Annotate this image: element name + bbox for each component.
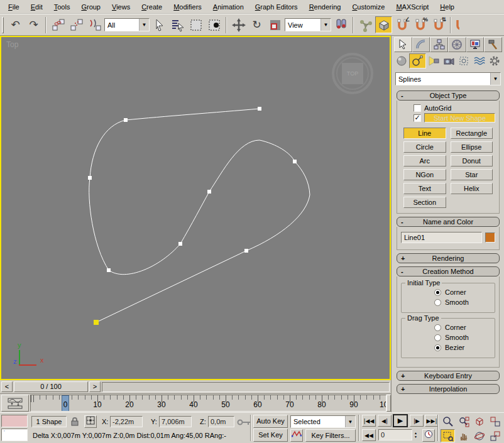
keyboard-entry-header[interactable]: + Keyboard Entry	[397, 371, 500, 381]
menu-graph-editors[interactable]: Graph Editors	[249, 1, 304, 13]
frame-spinner[interactable]: ▲▼	[412, 429, 419, 440]
systems-category-icon[interactable]	[487, 53, 502, 68]
spinner-snap-icon[interactable]: ⇅	[430, 16, 447, 33]
angle-snap-icon[interactable]: ∠	[393, 16, 410, 33]
dropdown-arrow-icon[interactable]: ▼	[320, 19, 331, 31]
unlink-selection-icon[interactable]	[68, 16, 85, 33]
viewport-top[interactable]: Top TOP y z x	[0, 36, 391, 380]
section-button[interactable]: Section	[403, 197, 446, 208]
select-and-rotate-icon[interactable]: ↻	[248, 16, 265, 33]
drag-corner-option[interactable]: Corner	[434, 324, 495, 331]
menu-rendering[interactable]: Rendering	[304, 1, 347, 13]
select-and-link-icon[interactable]	[50, 16, 67, 33]
menu-file[interactable]: File	[3, 1, 25, 13]
key-filters-button[interactable]: Key Filters...	[305, 429, 356, 442]
ngon-button[interactable]: NGon	[403, 169, 446, 180]
drag-bezier-option[interactable]: Bezier	[434, 344, 495, 351]
spline-category-dropdown[interactable]: Splines ▼	[395, 72, 501, 85]
maxscript-mini-listener-pink[interactable]	[1, 415, 28, 427]
radio-icon[interactable]	[434, 334, 441, 341]
next-frame-button[interactable]: |▶	[410, 415, 424, 427]
menu-group[interactable]: Group	[75, 1, 106, 13]
bind-to-space-warp-icon[interactable]	[86, 16, 103, 33]
dropdown-arrow-icon[interactable]: ▼	[490, 73, 500, 85]
clipped-toolbar-icon[interactable]	[454, 16, 459, 33]
cameras-category-icon[interactable]	[441, 53, 456, 68]
line-button[interactable]: Line	[403, 128, 446, 139]
radio-icon[interactable]	[434, 289, 441, 296]
interpolation-header[interactable]: + Interpolation	[397, 384, 500, 394]
utilities-tab[interactable]	[484, 37, 502, 52]
star-button[interactable]: Star	[451, 169, 493, 180]
maxscript-mini-listener-white[interactable]: '	[1, 429, 28, 441]
reference-coordinate-system-dropdown[interactable]: View ▼	[285, 18, 331, 31]
zoom-all-icon[interactable]	[456, 415, 471, 428]
initial-smooth-option[interactable]: Smooth	[434, 298, 495, 306]
undo-icon[interactable]: ↶	[7, 16, 24, 33]
zoom-region-icon[interactable]	[441, 429, 455, 442]
name-and-color-header[interactable]: - Name and Color	[397, 217, 500, 227]
object-type-header[interactable]: - Object Type	[397, 90, 500, 101]
time-configuration-button[interactable]	[422, 429, 435, 442]
menu-help[interactable]: Help	[434, 1, 460, 13]
min-max-toggle-icon[interactable]	[488, 429, 502, 442]
donut-button[interactable]: Donut	[451, 155, 493, 167]
go-to-end-button[interactable]: ▶▶|	[425, 415, 439, 427]
lights-category-icon[interactable]	[426, 53, 441, 68]
track-bar-ruler[interactable]: 0 10 20 30 40 50 60 70 80 90 100	[30, 395, 386, 412]
pan-hand-icon[interactable]	[456, 429, 471, 442]
z-coord-field[interactable]: 0,0m	[208, 416, 234, 427]
circle-button[interactable]: Circle	[403, 141, 446, 153]
time-slider-track[interactable]	[102, 382, 390, 392]
spline-vertex[interactable]	[293, 160, 297, 163]
menu-maxscript[interactable]: MAXScript	[390, 1, 434, 13]
auto-key-button[interactable]: Auto Key	[253, 415, 288, 428]
play-button[interactable]: ▶	[393, 414, 408, 427]
menu-edit[interactable]: Edit	[25, 1, 48, 13]
spline-vertex[interactable]	[244, 249, 248, 253]
menu-views[interactable]: Views	[106, 1, 136, 13]
time-slider-button[interactable]: 0 / 100	[14, 381, 88, 392]
modify-tab[interactable]	[412, 37, 430, 52]
spline-vertex[interactable]	[258, 107, 261, 111]
go-to-start-button[interactable]: |◀◀	[362, 415, 376, 427]
set-key-button[interactable]: Set Key	[253, 429, 288, 442]
collapse-icon[interactable]: -	[401, 218, 403, 226]
dropdown-arrow-icon[interactable]: ▼	[139, 19, 149, 31]
hierarchy-tab[interactable]	[430, 37, 448, 52]
dropdown-arrow-icon[interactable]: ▼	[345, 416, 355, 427]
drag-smooth-option[interactable]: Smooth	[434, 334, 495, 341]
default-in-out-tangents-icon[interactable]	[290, 429, 303, 442]
spline-vertex[interactable]	[178, 242, 182, 246]
spline-path[interactable]	[89, 109, 310, 322]
object-name-input[interactable]: Line01	[401, 232, 482, 243]
use-center-flyout-icon[interactable]	[332, 16, 349, 33]
text-button[interactable]: Text	[403, 183, 446, 194]
collapse-icon[interactable]: -	[401, 92, 403, 99]
menu-modifiers[interactable]: Modifiers	[168, 1, 207, 13]
radio-icon[interactable]	[434, 324, 441, 331]
menu-create[interactable]: Create	[136, 1, 168, 13]
select-and-move-icon[interactable]	[230, 16, 247, 33]
helpers-category-icon[interactable]	[456, 53, 471, 68]
zoom-extents-icon[interactable]	[472, 415, 486, 428]
display-tab[interactable]	[466, 37, 485, 52]
selection-set-dropdown[interactable]: Selected ▼	[290, 415, 356, 428]
expand-icon[interactable]: +	[401, 372, 405, 380]
spline-vertex[interactable]	[207, 190, 211, 194]
next-frame-arrow[interactable]: >	[89, 381, 101, 392]
arc-button[interactable]: Arc	[403, 155, 446, 167]
start-new-shape-button[interactable]: Start New Shape	[424, 113, 495, 123]
percent-snap-icon[interactable]: %	[412, 16, 429, 33]
radio-icon[interactable]	[434, 299, 441, 306]
open-mini-curve-editor-button[interactable]	[1, 395, 29, 412]
expand-icon[interactable]: +	[401, 385, 405, 393]
select-by-name-icon[interactable]	[169, 16, 186, 33]
menu-customize[interactable]: Customize	[346, 1, 390, 13]
key-mode-toggle-button[interactable]: ◀◀	[362, 429, 376, 441]
menu-animation[interactable]: Animation	[207, 1, 249, 13]
selection-filter-dropdown[interactable]: All ▼	[104, 18, 150, 31]
previous-frame-arrow[interactable]: <	[1, 381, 13, 392]
collapse-icon[interactable]: -	[401, 268, 403, 275]
redo-icon[interactable]: ↷	[25, 16, 42, 33]
